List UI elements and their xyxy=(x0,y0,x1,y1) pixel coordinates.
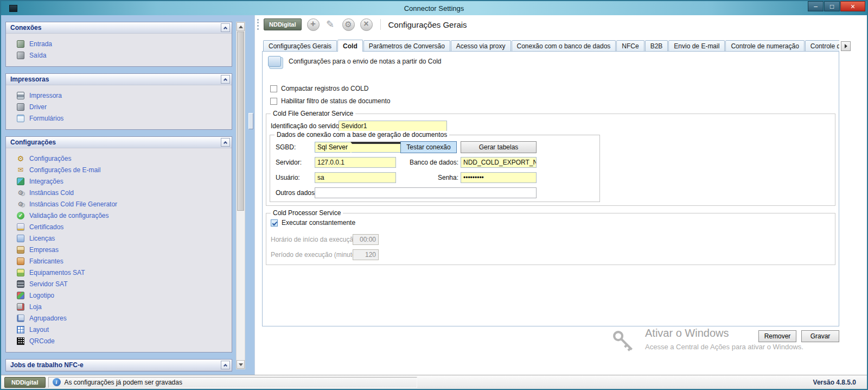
sidebar: Conexões Entrada Saída xyxy=(1,15,247,375)
sidebar-item-layout[interactable]: Layout xyxy=(17,324,228,335)
tab-conexao-banco[interactable]: Conexão com o banco de dados xyxy=(512,40,616,51)
add-button[interactable] xyxy=(307,18,320,31)
panel-title: Configurações xyxy=(10,139,56,146)
status-filter-checkbox[interactable] xyxy=(270,98,277,105)
gears-icon xyxy=(17,200,24,208)
scroll-down-button[interactable] xyxy=(237,360,245,369)
sidebar-item-loja[interactable]: Loja xyxy=(17,301,228,312)
maximize-button[interactable]: □ xyxy=(824,1,840,11)
scrollbar-thumb[interactable] xyxy=(237,32,244,211)
sidebar-item-equipamentos-sat[interactable]: Equipamentos SAT xyxy=(17,267,228,278)
splitter[interactable] xyxy=(247,15,255,375)
sidebar-item-agrupadores[interactable]: Agrupadores xyxy=(17,312,228,324)
database-label: Banco de dados: xyxy=(407,157,458,168)
generate-tables-button[interactable]: Gerar tabelas xyxy=(461,141,537,153)
other-data-input[interactable] xyxy=(315,187,537,198)
run-constantly-checkbox[interactable] xyxy=(271,219,278,227)
version-label: Versão 4.8.5.0 xyxy=(813,379,864,386)
panel-header-jobs-nfce[interactable]: Jobs de trabalho NFC-e xyxy=(6,360,232,371)
sidebar-item-empresas[interactable]: Empresas xyxy=(17,244,228,255)
sidebar-item-qrcode[interactable]: QRCode xyxy=(17,335,228,347)
tab-scroll-right-button[interactable] xyxy=(841,41,851,51)
splitter-handle[interactable] xyxy=(248,113,253,129)
tab-controle-numeracao[interactable]: Controle de numeração xyxy=(725,40,804,51)
sidebar-item-licencas[interactable]: Licenças xyxy=(17,232,228,244)
tab-cold[interactable]: Cold xyxy=(337,40,363,52)
tab-configuracoes-gerais[interactable]: Configurações Gerais xyxy=(263,40,337,51)
panel-header-conexoes[interactable]: Conexões xyxy=(6,22,232,34)
sidebar-item-label: Configurações xyxy=(29,155,71,162)
sidebar-item-driver[interactable]: Driver xyxy=(17,101,228,112)
sgbd-select[interactable]: Sql Server xyxy=(315,142,396,153)
user-input[interactable]: sa xyxy=(315,172,396,183)
sidebar-item-logotipo[interactable]: Logotipo xyxy=(17,290,228,301)
database-input[interactable]: NDD_COLD_EXPORT_NF xyxy=(461,157,537,168)
edit-button[interactable] xyxy=(324,18,337,31)
processor-group: Cold Processor Service Executar constant… xyxy=(266,213,835,265)
collapse-button[interactable] xyxy=(221,361,230,369)
gear-button[interactable] xyxy=(342,18,355,31)
sidebar-item-entrada[interactable]: Entrada xyxy=(17,38,228,49)
sidebar-item-instancias-cold-file-generator[interactable]: Instâncias Cold File Generator xyxy=(17,198,228,210)
tab-controle-ordem[interactable]: Controle de ordem d xyxy=(805,40,839,51)
sidebar-item-label: Impressora xyxy=(29,92,62,99)
panel-title: Conexões xyxy=(10,24,41,32)
sidebar-item-certificados[interactable]: Certificados xyxy=(17,221,228,232)
user-label: Usuário: xyxy=(276,172,300,183)
sidebar-item-label: Integrações xyxy=(29,178,63,185)
entrada-icon xyxy=(17,40,24,48)
sidebar-scrollbar[interactable] xyxy=(236,22,245,369)
group-title: Dados de conexão com a base de geração d… xyxy=(275,131,449,139)
sidebar-item-saida[interactable]: Saída xyxy=(17,49,228,61)
toolbar-separator xyxy=(380,19,381,30)
collapse-button[interactable] xyxy=(221,23,230,32)
sidebar-item-integracoes[interactable]: Integrações xyxy=(17,175,228,187)
save-button[interactable]: Gravar xyxy=(801,330,839,342)
panel-body: Entrada Saída xyxy=(6,34,232,66)
tab-envio-email[interactable]: Envio de E-mail xyxy=(668,40,725,51)
gears-icon xyxy=(17,189,24,197)
test-connection-button[interactable]: Testar conexão xyxy=(400,141,457,153)
tab-b2b[interactable]: B2B xyxy=(645,40,668,51)
dropdown-arrow-icon[interactable] xyxy=(386,142,395,152)
collapse-button[interactable] xyxy=(221,138,230,147)
minimize-button[interactable]: – xyxy=(808,1,824,11)
panel-title: Impressoras xyxy=(10,76,49,83)
info-icon xyxy=(53,378,61,386)
panel-header-impressoras[interactable]: Impressoras xyxy=(6,74,232,85)
collapse-button[interactable] xyxy=(221,75,230,84)
sidebar-item-label: Loja xyxy=(29,303,42,311)
password-input[interactable]: ••••••••• xyxy=(461,172,537,183)
sidebar-item-fabricantes[interactable]: Fabricantes xyxy=(17,255,228,267)
tab-strip: Configurações Gerais Cold Parâmetros de … xyxy=(262,40,839,52)
panel-header-configuracoes[interactable]: Configurações xyxy=(6,137,232,148)
check-circle-icon xyxy=(17,212,24,219)
sidebar-item-configuracoes[interactable]: Configurações xyxy=(17,153,228,164)
tab-nfce[interactable]: NFCe xyxy=(616,40,644,51)
layout-grid-icon xyxy=(17,326,24,334)
sidebar-panel-conexoes: Conexões Entrada Saída xyxy=(5,22,232,67)
minimize-icon: – xyxy=(814,3,818,10)
remove-button[interactable]: Remover xyxy=(758,330,796,342)
scroll-up-button[interactable] xyxy=(237,22,245,31)
group-title: Cold Processor Service xyxy=(271,209,343,217)
sidebar-item-validacao-configuracoes[interactable]: Validação de configurações xyxy=(17,210,228,221)
period-label: Período de execução (minutos): xyxy=(271,249,363,260)
sidebar-item-impressora[interactable]: Impressora xyxy=(17,90,228,101)
sidebar-item-servidor-sat[interactable]: Servidor SAT xyxy=(17,278,228,290)
server-id-input[interactable]: Sevidor1 xyxy=(339,121,447,131)
cancel-button[interactable] xyxy=(360,18,373,31)
sidebar-item-configuracoes-email[interactable]: Configurações de E-mail xyxy=(17,164,228,175)
arrow-right-icon xyxy=(845,44,847,48)
tab-parametros-conversao[interactable]: Parâmetros de Conversão xyxy=(363,40,450,51)
certificate-icon xyxy=(17,223,24,231)
server-input[interactable]: 127.0.0.1 xyxy=(315,157,396,168)
close-button[interactable]: × xyxy=(840,1,865,11)
sidebar-item-label: Servidor SAT xyxy=(29,280,67,288)
cold-settings-icon xyxy=(268,56,281,67)
sidebar-item-label: Empresas xyxy=(29,246,59,254)
sidebar-item-formularios[interactable]: Formulários xyxy=(17,112,228,124)
tab-acesso-proxy[interactable]: Acesso via proxy xyxy=(451,40,511,51)
sidebar-item-instancias-cold[interactable]: Instâncias Cold xyxy=(17,187,228,198)
compact-cold-checkbox[interactable] xyxy=(270,85,277,92)
